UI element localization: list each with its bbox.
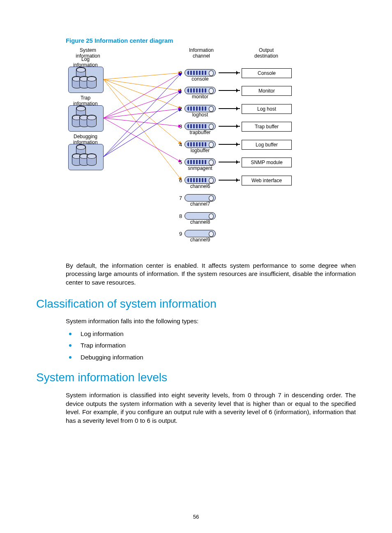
- channel-pill-icon: [184, 230, 216, 237]
- svg-line-18: [104, 118, 182, 162]
- document-page: Figure 25 Information center diagram Sys…: [0, 0, 392, 533]
- source-box: [68, 67, 104, 93]
- paragraph-levels: System information is classified into ei…: [66, 391, 356, 425]
- destination-box: Console: [242, 68, 292, 78]
- channel-name: channel6: [184, 184, 216, 190]
- svg-line-8: [104, 79, 182, 180]
- destination-box: Log host: [242, 104, 292, 114]
- channel-pill-icon: [184, 212, 216, 220]
- heading-classification: Classification of system information: [36, 296, 356, 312]
- col-header-right: Output destination: [246, 48, 287, 59]
- channel-number: 1: [179, 87, 182, 95]
- destination-box: SNMP module: [242, 158, 292, 167]
- channel-pill-icon: [184, 87, 216, 94]
- list-item: Trap information: [66, 341, 356, 350]
- channel-name: snmpagent: [184, 166, 216, 171]
- destination-box: Log buffer: [242, 140, 292, 150]
- channel-pill-icon: [184, 176, 216, 184]
- arrow-icon: [219, 162, 240, 162]
- arrow-icon: [219, 126, 240, 127]
- channel-name: logbuffer: [184, 148, 216, 154]
- channel-name: monitor: [184, 94, 216, 100]
- channel-number: 0: [179, 70, 182, 77]
- channel-pill-icon: [184, 123, 216, 130]
- destination-box: Monitor: [242, 86, 292, 96]
- channel-pill-icon: [184, 194, 216, 202]
- svg-line-24: [104, 109, 182, 157]
- channel-number: 4: [179, 141, 182, 148]
- arrow-icon: [219, 144, 240, 145]
- channel-name: channel8: [184, 220, 216, 225]
- figure-diagram: System information Information channel O…: [66, 48, 356, 248]
- destination-box: Trap buffer: [242, 122, 292, 132]
- channel-number: 5: [179, 159, 182, 166]
- svg-line-20: [104, 73, 182, 157]
- destination-box: Web interface: [242, 176, 292, 185]
- channel-number: 9: [179, 230, 182, 238]
- svg-line-16: [104, 118, 182, 127]
- channel-pill-icon: [184, 69, 216, 76]
- arrow-icon: [219, 180, 240, 181]
- svg-line-22: [104, 90, 182, 157]
- arrow-icon: [219, 72, 240, 73]
- source-label: Debugging information: [68, 134, 103, 146]
- svg-line-0: [104, 73, 182, 79]
- source-box: [68, 144, 104, 170]
- classification-list: Log informationTrap informationDebugging…: [66, 330, 356, 362]
- source-box: [68, 105, 104, 132]
- svg-line-14: [104, 109, 182, 118]
- source-label: Trap information: [68, 95, 103, 107]
- figure-caption: Figure 25 Information center diagram: [66, 37, 356, 45]
- channel-pill-icon: [184, 105, 216, 112]
- channel-number: 7: [179, 195, 182, 202]
- list-item: Log information: [66, 330, 356, 338]
- channel-name: channel9: [184, 237, 216, 243]
- channel-number: 6: [179, 177, 182, 184]
- list-item: Debugging information: [66, 353, 356, 362]
- source-label: Log information: [68, 57, 103, 68]
- page-number: 56: [0, 513, 392, 521]
- arrow-icon: [219, 90, 240, 91]
- svg-line-10: [104, 73, 182, 118]
- channel-name: channel7: [184, 202, 216, 207]
- channel-number: 8: [179, 213, 182, 220]
- channel-number: 2: [179, 105, 182, 113]
- classification-lead: System information falls into the follow…: [66, 317, 356, 326]
- channel-number: 3: [179, 123, 182, 130]
- arrow-icon: [219, 108, 240, 109]
- channel-name: trapbuffer: [184, 130, 216, 136]
- paragraph-intro: By default, the information center is en…: [66, 262, 356, 287]
- channel-pill-icon: [184, 141, 216, 148]
- channel-name: console: [184, 76, 216, 82]
- channel-pill-icon: [184, 158, 216, 166]
- col-header-mid: Information channel: [181, 48, 222, 59]
- channel-name: loghost: [184, 112, 216, 118]
- heading-levels: System information levels: [36, 370, 356, 385]
